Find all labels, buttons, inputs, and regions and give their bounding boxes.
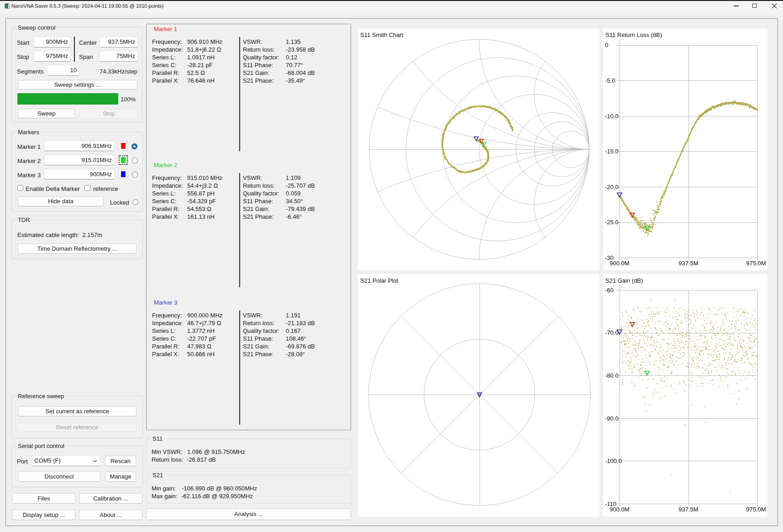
svg-text:-25.0: -25.0 [605, 219, 619, 226]
svg-text:-60: -60 [605, 287, 614, 294]
svg-text:-20.0: -20.0 [605, 184, 619, 190]
svg-text:S11 Return Loss (dB): S11 Return Loss (dB) [605, 32, 662, 38]
svg-text:900.0M: 900.0M [610, 506, 629, 513]
svg-text:-10.0: -10.0 [605, 113, 619, 120]
svg-text:937.5M: 937.5M [678, 506, 698, 513]
svg-text:0: 0 [605, 42, 608, 48]
svg-text:S11 Smith Chart: S11 Smith Chart [360, 32, 404, 38]
svg-text:S21 Polar Plot: S21 Polar Plot [360, 277, 398, 284]
svg-text:S21 Gain (dB): S21 Gain (dB) [605, 277, 643, 284]
svg-text:900.0M: 900.0M [610, 260, 629, 267]
svg-text:975.0M: 975.0M [746, 506, 766, 513]
svg-text:-80.0: -80.0 [605, 372, 619, 379]
svg-text:-5.0: -5.0 [605, 77, 615, 84]
svg-text:937.5M: 937.5M [678, 260, 698, 267]
svg-text:-15.0: -15.0 [605, 148, 619, 155]
svg-text:-100.0: -100.0 [605, 458, 622, 464]
svg-text:-70.0: -70.0 [605, 329, 619, 336]
svg-text:975.0M: 975.0M [746, 260, 766, 267]
svg-text:-90.0: -90.0 [605, 415, 619, 422]
